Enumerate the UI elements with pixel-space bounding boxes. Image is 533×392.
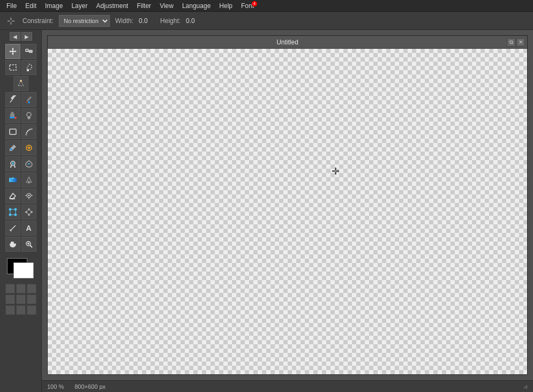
- svg-point-33: [25, 212, 27, 213]
- preset-2[interactable]: [16, 284, 26, 293]
- gradient-tool[interactable]: [5, 172, 20, 187]
- width-label: Width:: [115, 17, 133, 25]
- eyedropper-tool[interactable]: [21, 189, 36, 203]
- status-bar: 100 % 800×600 px ⊿: [42, 380, 533, 392]
- tool-row-7: [5, 140, 36, 155]
- toolbox: ◀ ▶: [0, 30, 42, 392]
- tool-row-13: [5, 237, 36, 252]
- text-tool[interactable]: A: [21, 221, 36, 236]
- document-canvas[interactable]: ✛: [48, 49, 527, 374]
- blur-tool[interactable]: [21, 156, 36, 171]
- height-label: Height:: [160, 17, 181, 25]
- svg-point-21: [28, 182, 29, 184]
- measure-tool[interactable]: [5, 221, 20, 236]
- svg-point-36: [28, 214, 29, 216]
- tool-row-10: [5, 189, 36, 203]
- svg-point-24: [28, 195, 29, 197]
- width-value: 0.0: [139, 17, 155, 25]
- resize-handle[interactable]: ⊿: [523, 383, 528, 389]
- document-titlebar: Untitled ⧉ ✕: [48, 36, 527, 49]
- document-window: Untitled ⧉ ✕ ✛: [47, 35, 528, 375]
- pencil-tool[interactable]: [5, 92, 20, 107]
- svg-point-35: [31, 212, 32, 213]
- doc-close-btn[interactable]: ✕: [516, 38, 525, 47]
- document-title: Untitled: [276, 39, 298, 46]
- svg-point-32: [14, 214, 17, 216]
- menu-font[interactable]: Font 4: [237, 1, 258, 11]
- move-tool[interactable]: [5, 44, 20, 59]
- menu-help[interactable]: Help: [215, 1, 237, 11]
- preset-1[interactable]: [5, 284, 15, 293]
- tool-row-1: [5, 44, 36, 59]
- svg-rect-9: [10, 117, 15, 118]
- active-tool-icon: ⊹: [4, 14, 17, 27]
- pan-tool[interactable]: [5, 237, 20, 252]
- preset-3[interactable]: [27, 284, 36, 293]
- path-tool[interactable]: [21, 124, 36, 139]
- menu-view[interactable]: View: [155, 1, 178, 11]
- eraser-tool[interactable]: [5, 189, 20, 203]
- svg-point-5: [20, 80, 21, 82]
- tool-row-6: [5, 124, 36, 139]
- tool-row-4: [5, 92, 36, 107]
- svg-point-29: [9, 208, 11, 210]
- font-badge: 4: [252, 1, 257, 6]
- tool-row-5: [5, 108, 36, 123]
- svg-rect-12: [10, 129, 16, 134]
- tool-row-12: A: [5, 221, 36, 236]
- foreground-color[interactable]: [13, 262, 34, 278]
- bucket-tool[interactable]: [5, 108, 20, 123]
- clone-tool[interactable]: [21, 108, 36, 123]
- color-pick-tool[interactable]: [5, 140, 20, 155]
- smart-select-tool[interactable]: [13, 76, 28, 91]
- align-tool[interactable]: [21, 44, 36, 59]
- svg-point-14: [31, 128, 33, 130]
- svg-line-41: [30, 245, 32, 247]
- image-dimensions: 800×600 px: [74, 383, 106, 390]
- constraint-select[interactable]: No restriction: [59, 15, 110, 27]
- menu-edit[interactable]: Edit: [21, 1, 41, 11]
- rect-select-tool[interactable]: [5, 60, 20, 75]
- preset-4[interactable]: [5, 295, 15, 304]
- svg-point-10: [14, 117, 17, 119]
- tool-options-bar: ⊹ Constraint: No restriction Width: 0.0 …: [0, 12, 533, 30]
- height-value: 0.0: [186, 17, 202, 25]
- transparency-checker: [48, 49, 527, 374]
- preset-8[interactable]: [16, 305, 26, 315]
- svg-point-13: [25, 133, 27, 135]
- heal-tool[interactable]: [21, 140, 36, 155]
- preset-5[interactable]: [16, 295, 26, 304]
- dodge-tool[interactable]: [5, 156, 20, 171]
- main-area: ◀ ▶: [0, 30, 533, 392]
- doc-maximize-btn[interactable]: ⧉: [507, 38, 515, 47]
- zoom-level: 100 %: [47, 383, 64, 390]
- canvas-area: Untitled ⧉ ✕ ✛ 100 % 800×600 px ⊿: [42, 30, 533, 392]
- preset-7[interactable]: [5, 305, 15, 315]
- zoom-tool[interactable]: [21, 237, 36, 252]
- tool-row-8: [5, 156, 36, 171]
- preset-9[interactable]: [27, 305, 36, 315]
- svg-rect-3: [10, 65, 16, 70]
- svg-line-37: [10, 225, 16, 231]
- toolbox-next[interactable]: ▶: [21, 32, 32, 41]
- cage-tool[interactable]: [21, 205, 36, 220]
- menu-language[interactable]: Language: [178, 1, 215, 11]
- menu-layer[interactable]: Layer: [67, 1, 92, 11]
- svg-point-11: [27, 112, 31, 117]
- tool-presets-grid: [5, 284, 36, 315]
- menu-adjustment[interactable]: Adjustment: [92, 1, 132, 11]
- paintbrush-tool[interactable]: [21, 92, 36, 107]
- text-tool-label: A: [26, 224, 31, 232]
- menu-filter[interactable]: Filter: [132, 1, 155, 11]
- menu-file[interactable]: File: [2, 1, 21, 11]
- lasso-tool[interactable]: [21, 60, 36, 75]
- preset-6[interactable]: [27, 295, 36, 304]
- svg-point-4: [27, 70, 28, 71]
- toolbox-prev[interactable]: ◀: [10, 32, 20, 41]
- menu-image[interactable]: Image: [41, 1, 67, 11]
- toolbox-nav: ◀ ▶: [10, 32, 32, 41]
- ink-tool[interactable]: [21, 172, 36, 187]
- tool-row-3: [13, 76, 28, 91]
- transform-tool[interactable]: [5, 205, 20, 220]
- rect-tool[interactable]: [5, 124, 20, 139]
